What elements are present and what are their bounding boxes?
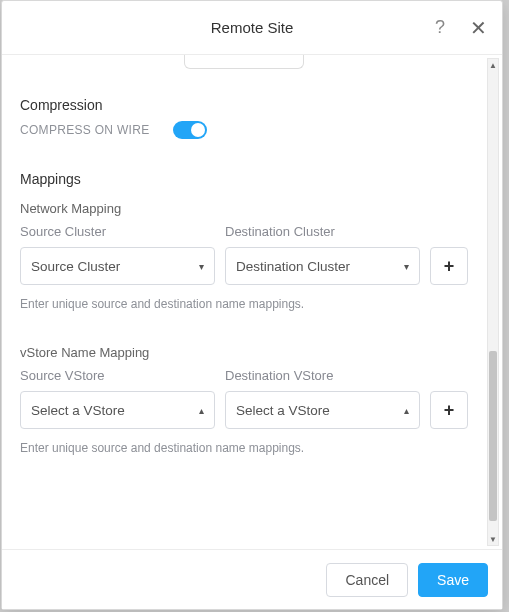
help-button[interactable]: ?: [426, 14, 454, 42]
scroll-down-icon[interactable]: ▼: [488, 533, 498, 545]
help-icon: ?: [435, 17, 445, 38]
destination-cluster-label: Destination Cluster: [225, 224, 420, 239]
chevron-down-icon: ▾: [199, 261, 204, 272]
destination-cluster-select[interactable]: Destination Cluster ▾: [225, 247, 420, 285]
network-mapping-title: Network Mapping: [20, 201, 468, 216]
prev-section-cutoff: [184, 55, 304, 69]
add-network-mapping-button[interactable]: +: [430, 247, 468, 285]
scrollbar[interactable]: ▲ ▼: [487, 58, 499, 546]
source-cluster-value: Source Cluster: [31, 259, 120, 274]
compress-on-wire-label: COMPRESS ON WIRE: [20, 123, 149, 137]
cancel-label: Cancel: [345, 572, 389, 588]
section-compression-title: Compression: [20, 97, 468, 113]
destination-cluster-value: Destination Cluster: [236, 259, 350, 274]
source-cluster-label: Source Cluster: [20, 224, 215, 239]
vstore-mapping-hint: Enter unique source and destination name…: [20, 441, 468, 455]
destination-vstore-select[interactable]: Select a VStore ▴: [225, 391, 420, 429]
modal-body[interactable]: Compression COMPRESS ON WIRE Mappings Ne…: [2, 55, 486, 549]
vstore-mapping-title: vStore Name Mapping: [20, 345, 468, 360]
chevron-up-icon: ▴: [404, 405, 409, 416]
section-mappings-title: Mappings: [20, 171, 468, 187]
modal-header: Remote Site ? ✕: [2, 1, 502, 55]
toggle-knob: [191, 123, 205, 137]
close-icon: ✕: [470, 16, 487, 40]
destination-vstore-value: Select a VStore: [236, 403, 330, 418]
modal-footer: Cancel Save: [2, 549, 502, 609]
source-vstore-value: Select a VStore: [31, 403, 125, 418]
compress-on-wire-toggle[interactable]: [173, 121, 207, 139]
destination-vstore-label: Destination VStore: [225, 368, 420, 383]
plus-icon: +: [444, 400, 455, 421]
source-cluster-select[interactable]: Source Cluster ▾: [20, 247, 215, 285]
network-mapping-hint: Enter unique source and destination name…: [20, 297, 468, 311]
plus-icon: +: [444, 256, 455, 277]
add-vstore-mapping-button[interactable]: +: [430, 391, 468, 429]
save-label: Save: [437, 572, 469, 588]
source-vstore-label: Source VStore: [20, 368, 215, 383]
close-button[interactable]: ✕: [464, 14, 492, 42]
save-button[interactable]: Save: [418, 563, 488, 597]
cancel-button[interactable]: Cancel: [326, 563, 408, 597]
source-vstore-select[interactable]: Select a VStore ▴: [20, 391, 215, 429]
scroll-thumb[interactable]: [489, 351, 497, 521]
modal-title: Remote Site: [211, 19, 294, 36]
chevron-down-icon: ▾: [404, 261, 409, 272]
chevron-up-icon: ▴: [199, 405, 204, 416]
scroll-up-icon[interactable]: ▲: [488, 59, 498, 71]
remote-site-modal: Remote Site ? ✕ Compression COMPRESS ON …: [1, 0, 503, 610]
